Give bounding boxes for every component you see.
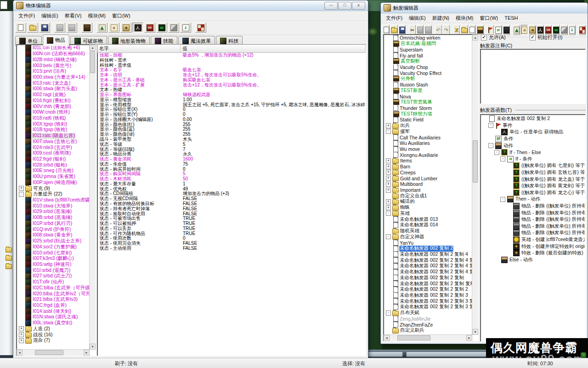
test-map-button[interactable]	[195, 23, 206, 33]
property-row[interactable]: 状态 - CD间隔组增加攻击力的物品 (+3)	[98, 191, 365, 196]
initially-on-checkbox[interactable]: ✓ 初始打开(I)	[530, 34, 562, 41]
trigger-tree-row[interactable]: Wu move	[384, 146, 472, 152]
tab-物品[interactable]: 物品	[43, 34, 69, 46]
trigger-tree-row[interactable]: YanYu	[384, 240, 472, 246]
trigger-tree-row[interactable]: 随机英雄	[384, 228, 472, 234]
property-row[interactable]: 显示 - 模型缩放1.00	[98, 98, 365, 103]
column-header-value[interactable]: 值	[181, 45, 366, 52]
object-tree-row[interactable]: I003:belv (黄忠弓)	[17, 63, 89, 69]
object-tree-row[interactable]: I00N:ciri (法师长袍6666)	[17, 51, 89, 57]
object-tree-row[interactable]: I00P:ajen (铸造用锤)	[17, 180, 89, 186]
object-tree-row[interactable]: I01B:tgxp (铁枪)	[17, 127, 89, 133]
object-tree-row[interactable]: I018:rat6 (铁戟)	[17, 115, 89, 121]
object-tree-vscrollbar[interactable]: ▲ ▼	[89, 45, 96, 350]
trigger-function-row[interactable]: ?((触发单位) 拥有 黄龙剑) 等于 TRUE	[481, 183, 585, 190]
redo-button[interactable]: ↷	[443, 25, 450, 35]
trigger-tree-row[interactable]: 分身斬	[384, 76, 472, 82]
property-row[interactable]: 状态 - 捡取时自动使用FALSE	[98, 212, 365, 217]
trigger-tree-row[interactable]: -英雄	[384, 211, 472, 217]
object-tree-row[interactable]: -力量提升 (22)	[17, 191, 89, 197]
property-row[interactable]: 状态 - 使用完会消失FALSE	[98, 241, 365, 246]
object-tree-row[interactable]: I00E:sneg (月光枪)	[17, 168, 89, 174]
trigger-tree-row[interactable]: +Items	[384, 158, 472, 164]
object-tree-row[interactable]: I02C:blba (玄武斧（可升级）	[17, 285, 89, 291]
expander-collapse-icon[interactable]: -	[386, 129, 391, 134]
trigger-tree-row[interactable]: TEST雷雲風暴	[384, 99, 472, 105]
paste-button[interactable]	[66, 23, 77, 33]
property-row[interactable]: 状态 - 物品分类永久	[98, 152, 365, 157]
property-row[interactable]: 科技树 - 需求	[98, 58, 365, 63]
property-row[interactable]: 显示 - 颜色值(蓝)255	[98, 127, 365, 132]
open-folder-button[interactable]	[27, 23, 38, 33]
expander-expand-icon[interactable]: +	[386, 199, 391, 204]
object-tree-row[interactable]: I00L:stwa (真空剑)	[17, 320, 89, 326]
trigger-tree-row[interactable]: 未命名触发器 002 复制 2 复制 4 复制	[384, 257, 472, 263]
expander-expand-icon[interactable]: +	[386, 164, 391, 169]
object-editor-button[interactable]: 人	[132, 23, 143, 33]
menu-窗口(W)[interactable]: 窗口(W)	[109, 12, 134, 20]
object-tree-row[interactable]: I000:stwa (力量之斧+14)	[17, 75, 89, 80]
copy-button[interactable]	[417, 25, 424, 35]
trigger-tree-row[interactable]: Vacuity Chop Effect	[384, 70, 472, 76]
trigger-function-row[interactable]: 人单位 - 任意单位 获得物品	[481, 129, 585, 136]
trigger-editor-titlebar[interactable]: 触发编辑器	[381, 3, 588, 13]
property-row[interactable]: 状态 - 无视CD间隔FALSE	[98, 196, 365, 201]
expander-expand-icon[interactable]: +	[386, 158, 391, 163]
trigger-function-row[interactable]: ?((触发单位) 拥有 龙之心) 等于 TRUE	[481, 190, 585, 196]
trigger-function-row[interactable]: 物品 - 删除 ((触发单位) 所持有的 玄铁匕首)	[481, 209, 585, 216]
trigger-tree-row[interactable]: 真空裂斬	[384, 58, 472, 64]
expander-collapse-icon[interactable]: -	[494, 150, 499, 155]
object-tree-row[interactable]: I01S:prvt (活丹)	[17, 69, 89, 75]
object-tree-row[interactable]: I01C:frgd (血斧)	[17, 303, 89, 309]
ai-editor-button[interactable]: W	[156, 23, 167, 33]
menu-编辑(E)[interactable]: 编辑(E)	[38, 12, 62, 20]
trigger-tree-row[interactable]: +Multiboard	[384, 181, 472, 187]
object-tree-row[interactable]: I01V:stwa (|cf887ceeb虎啸龙	[17, 197, 89, 203]
menu-窗口(W)[interactable]: 窗口(W)	[477, 14, 502, 23]
trigger-tree-row[interactable]: 宫本武藏-龍穗閃	[384, 41, 472, 47]
trigger-tree-row[interactable]: 未命名触发器 002 复制 2	[384, 246, 472, 252]
object-tree-row[interactable]: I00S:wtlg (神速符)	[17, 262, 89, 268]
trigger-function-row[interactable]: -⇉If - 条件	[481, 156, 585, 163]
trigger-tree-row[interactable]: 未命名触发器 002 复制 2 复制 3 复制	[384, 298, 472, 304]
property-row[interactable]: 状态 - 可以被抵押TRUE	[98, 221, 365, 226]
paste-button[interactable]	[424, 25, 431, 35]
property-row[interactable]: 状态 - 使用次数0	[98, 236, 365, 241]
save-button[interactable]	[39, 23, 50, 33]
campaign-editor-button[interactable]: SB	[144, 23, 155, 33]
object-tree-row[interactable]: I028:srbd (银枪)	[17, 162, 89, 168]
expander-collapse-icon[interactable]: -	[19, 192, 24, 197]
trigger-function-row[interactable]: 物品 - 删除 ((触发单位) 所持有的 龙之心)	[481, 230, 585, 236]
trigger-tree-row[interactable]: 未命名触发器 002 复制 2 复制 4	[384, 252, 472, 258]
property-row[interactable]: 状态 - 优先权49	[98, 187, 365, 192]
trigger-tree-row[interactable]: Superslam	[384, 46, 472, 52]
property-row[interactable]: 状态 - 等级5	[98, 142, 365, 147]
object-tree-row[interactable]: I027:srbd (武士刀)	[17, 273, 89, 279]
property-row[interactable]: 显示 - 界面图标钢铁远程武器	[98, 92, 365, 98]
trigger-editor-button[interactable]: a	[108, 23, 119, 33]
object-tree-row[interactable]: I025:srbd (狂战士之斧)	[17, 238, 89, 244]
trigger-function-row[interactable]: -?If - Then - Else	[481, 149, 585, 156]
expander-expand-icon[interactable]: +	[386, 205, 391, 210]
object-tree-row[interactable]: I00W:cnob (饰环)	[17, 109, 89, 115]
object-tree-row[interactable]: I00T:k3m3 (麒麟心)	[17, 256, 89, 262]
column-header-name[interactable]: 名字	[97, 45, 181, 52]
property-row[interactable]: 状态 - 可被市场出售TRUE	[98, 216, 365, 221]
trigger-function-row[interactable]: 未命名触发器 002 复制 2	[481, 115, 585, 122]
object-tree-row[interactable]: I020:blba (玄武斧lv2（可升级	[17, 291, 89, 297]
trigger-tree-row[interactable]: 自定义合成1	[384, 193, 472, 199]
object-tree-row[interactable]: +可充 (9)	[17, 185, 89, 191]
trigger-function-row[interactable]: ⇄条件	[481, 136, 585, 143]
trigger-tree-row[interactable]: Thunder Storm	[384, 105, 472, 111]
object-tree-row[interactable]: I009:cosl (夜明珠)	[17, 150, 89, 156]
property-row[interactable]: 显示 - 按钮位置(Y)0	[98, 112, 365, 117]
object-tree-row[interactable]: I010:stwa (大地斧)	[17, 203, 89, 209]
expander-expand-icon[interactable]: +	[19, 326, 24, 331]
trigger-tree-row[interactable]: Fly and fall	[384, 52, 472, 58]
trigger-tree-vscrollbar[interactable]: ▲ ▼	[472, 34, 478, 335]
object-tree-row[interactable]: I00V:rhth (青龙胆)	[17, 104, 89, 109]
object-tree-row[interactable]: I006:stwa (耐力头盔)	[17, 86, 89, 92]
trigger-tree-row[interactable]: 未命名触发器 002 复制 2 复制 3	[384, 293, 472, 299]
property-row[interactable]: 显示 - 按钮位置(X)0	[98, 107, 365, 112]
trigger-tree-row[interactable]: 未命名触发器 002 复制 2 复制 复制	[384, 281, 472, 287]
